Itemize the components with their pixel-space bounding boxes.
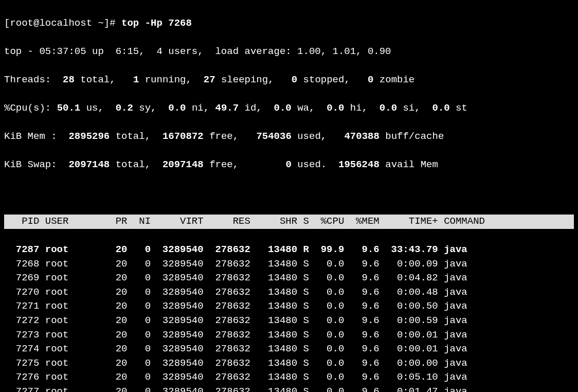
mem-buff: 470388 bbox=[344, 131, 379, 142]
mem-used: 754036 bbox=[256, 131, 291, 142]
cpu-si: 0.0 bbox=[380, 102, 397, 114]
table-row: 7270 root 20 0 3289540 278632 13480 S 0.… bbox=[4, 286, 574, 300]
cpu-wa: 0.0 bbox=[274, 102, 292, 114]
mem-total: 2895296 bbox=[68, 131, 110, 142]
table-row: 7272 root 20 0 3289540 278632 13480 S 0.… bbox=[4, 314, 574, 328]
table-row: 7273 root 20 0 3289540 278632 13480 S 0.… bbox=[4, 328, 574, 343]
table-row: 7277 root 20 0 3289540 278632 13480 S 0.… bbox=[4, 385, 574, 392]
cpu-si-lbl: si, bbox=[397, 102, 421, 114]
threads-sleeping: 27 bbox=[204, 74, 215, 85]
cpu-prefix: %Cpu(s): bbox=[4, 102, 51, 114]
threads-prefix: Threads: bbox=[4, 74, 51, 85]
mem-free: 1670872 bbox=[162, 131, 204, 142]
cpu-line: %Cpu(s): 50.1 us, 0.2 sy, 0.0 ni, 49.7 i… bbox=[4, 101, 574, 116]
mem-line: KiB Mem : 2895296 total, 1670872 free, 7… bbox=[4, 130, 574, 144]
swap-used: 0 bbox=[285, 159, 291, 170]
swap-total: 2097148 bbox=[68, 159, 110, 170]
mem-prefix: KiB Mem : bbox=[4, 131, 57, 142]
swap-prefix: KiB Swap: bbox=[4, 159, 57, 170]
mem-used-lbl: used, bbox=[292, 131, 327, 142]
swap-free-lbl: free, bbox=[204, 159, 239, 170]
cpu-ni-lbl: ni, bbox=[186, 102, 210, 114]
swap-line: KiB Swap: 2097148 total, 2097148 free, 0… bbox=[4, 158, 574, 172]
prompt-line: [root@localhost ~]# top -Hp 7268 bbox=[4, 16, 574, 31]
cpu-id-lbl: id, bbox=[239, 102, 262, 114]
cpu-hi-lbl: hi, bbox=[344, 102, 368, 114]
table-row: 7271 root 20 0 3289540 278632 13480 S 0.… bbox=[4, 299, 574, 314]
swap-free: 2097148 bbox=[162, 159, 204, 170]
mem-total-lbl: total, bbox=[110, 131, 151, 142]
swap-avail-lbl: avail Mem bbox=[380, 159, 438, 170]
cpu-us-lbl: us, bbox=[80, 102, 104, 114]
threads-stopped: 0 bbox=[292, 74, 297, 85]
cpu-id: 49.7 bbox=[215, 102, 239, 114]
threads-total-lbl: total, bbox=[75, 74, 116, 85]
shell-prompt: [root@localhost ~]# bbox=[4, 17, 121, 29]
mem-buff-lbl: buff/cache bbox=[380, 131, 444, 142]
threads-zombie: 0 bbox=[368, 74, 373, 85]
cpu-hi: 0.0 bbox=[327, 102, 344, 114]
blank-line bbox=[4, 186, 574, 201]
threads-line: Threads: 28 total, 1 running, 27 sleepin… bbox=[4, 73, 574, 87]
cpu-wa-lbl: wa, bbox=[292, 102, 315, 114]
process-table-body: 7287 root 20 0 3289540 278632 13480 R 99… bbox=[4, 243, 574, 392]
threads-total: 28 bbox=[63, 74, 75, 85]
table-row: 7274 root 20 0 3289540 278632 13480 S 0.… bbox=[4, 342, 574, 357]
cpu-us: 50.1 bbox=[57, 102, 81, 114]
table-row: 7268 root 20 0 3289540 278632 13480 S 0.… bbox=[4, 257, 574, 272]
cpu-sy: 0.2 bbox=[116, 102, 133, 114]
threads-sleeping-lbl: sleeping, bbox=[215, 74, 274, 85]
terminal[interactable]: [root@localhost ~]# top -Hp 7268 top - 0… bbox=[0, 0, 578, 392]
cpu-sy-lbl: sy, bbox=[133, 102, 157, 114]
swap-used-lbl: used. bbox=[292, 159, 327, 170]
process-table-header: PID USER PR NI VIRT RES SHR S %CPU %MEM … bbox=[4, 215, 574, 229]
threads-running: 1 bbox=[133, 74, 139, 85]
threads-stopped-lbl: stopped, bbox=[297, 74, 350, 85]
cpu-st-lbl: st bbox=[450, 102, 467, 114]
table-row: 7276 root 20 0 3289540 278632 13480 S 0.… bbox=[4, 370, 574, 385]
swap-avail: 1956248 bbox=[338, 159, 380, 170]
mem-free-lbl: free, bbox=[204, 131, 239, 142]
table-row: 7269 root 20 0 3289540 278632 13480 S 0.… bbox=[4, 271, 574, 286]
threads-running-lbl: running, bbox=[139, 74, 192, 85]
swap-total-lbl: total, bbox=[110, 159, 151, 170]
cpu-st: 0.0 bbox=[432, 102, 449, 114]
table-row: 7287 root 20 0 3289540 278632 13480 R 99… bbox=[4, 243, 574, 257]
cpu-ni: 0.0 bbox=[168, 102, 186, 114]
command-typed: top -Hp 7268 bbox=[121, 17, 192, 29]
top-summary-line: top - 05:37:05 up 6:15, 4 users, load av… bbox=[4, 45, 574, 59]
table-row: 7275 root 20 0 3289540 278632 13480 S 0.… bbox=[4, 357, 574, 371]
threads-zombie-lbl: zombie bbox=[373, 74, 414, 85]
